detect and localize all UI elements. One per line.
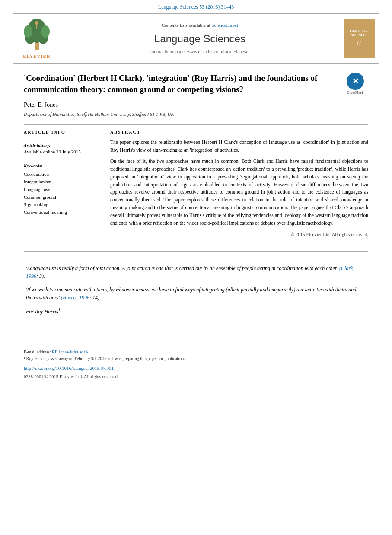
quote2-ref-link[interactable]: (Harris, 1996 (61, 295, 89, 301)
footnote-1: ¹ Roy Harris passed away on February 9th… (24, 355, 368, 362)
article-title: 'Coordination' (Herbert H Clark), 'integ… (24, 73, 368, 95)
quotes-section: 'Language use is really a form of joint … (0, 256, 392, 341)
author-affiliation: Department of Humanities, Sheffield Hall… (24, 111, 368, 118)
abstract-heading: ABSTRACT (110, 129, 368, 135)
journal-header: ELSEVIER Contents lists available at Sci… (13, 13, 379, 64)
main-content: 'Coordination' (Herbert H Clark), 'integ… (0, 64, 392, 247)
keyword-sign-making: Sign-making (24, 201, 102, 209)
thumb-title: LANGUAGESCIENCES (350, 29, 368, 37)
dedication: For Roy Harris1 (26, 307, 366, 315)
left-divider (24, 139, 102, 139)
article-info-column: ARTICLE INFO Article history: Available … (24, 129, 102, 238)
abstract-text: The paper explores the relationship betw… (110, 139, 368, 227)
abstract-column: ABSTRACT The paper explores the relation… (110, 129, 368, 238)
quote-2: 'If we wish to communicate with others, … (26, 286, 366, 302)
svg-point-6 (35, 21, 38, 25)
article-history-label: Article history: (24, 143, 102, 149)
author-name: Peter E. Jones (24, 101, 368, 109)
article-divider (24, 124, 368, 125)
elsevier-tree-icon (19, 18, 54, 52)
journal-reference: Language Sciences 53 (2016) 31–43 (0, 0, 392, 13)
keyword-coordination: Coordination (24, 171, 102, 178)
journal-homepage: journal homepage: www.elsevier.com/locat… (61, 48, 339, 55)
footnote-area: E-mail address: P.E.Jones@shu.ac.uk. ¹ R… (24, 346, 368, 362)
doi-link[interactable]: http://dx.doi.org/10.1016/j.langsci.2015… (24, 366, 114, 371)
elsevier-logo: ELSEVIER (17, 18, 56, 60)
keyword-conventional-meaning: Conventional meaning (24, 209, 102, 217)
copyright: © 2015 Elsevier Ltd. All rights reserved… (110, 231, 368, 238)
email-footnote: E-mail address: P.E.Jones@shu.ac.uk. (24, 349, 368, 355)
crossmark-label: CrossMark (342, 91, 368, 96)
svg-point-4 (24, 25, 32, 38)
keyword-integrationism: Integrationism (24, 178, 102, 186)
article-available-online: Available online 29 July 2015 (24, 149, 102, 155)
email-link[interactable]: P.E.Jones@shu.ac.uk. (52, 350, 89, 354)
journal-center: Contents lists available at ScienceDirec… (61, 22, 339, 55)
left-divider-2 (24, 159, 102, 159)
abstract-paragraph-1: The paper explores the relationship betw… (110, 139, 368, 154)
keyword-common-ground: Common ground (24, 194, 102, 201)
svg-point-5 (41, 25, 50, 38)
keywords-label: Keywords: (24, 163, 102, 169)
doi-line: http://dx.doi.org/10.1016/j.langsci.2015… (24, 364, 368, 372)
keyword-language-use: Language use (24, 186, 102, 194)
journal-thumbnail: LANGUAGESCIENCES α (344, 19, 375, 58)
journal-title: Language Sciences (61, 32, 339, 46)
quote-1: 'Language use is really a form of joint … (26, 264, 366, 280)
keywords-list: Coordination Integrationism Language use… (24, 171, 102, 217)
abstract-paragraph-2: On the face of it, the two approaches ha… (110, 158, 368, 227)
crossmark-icon: ✕ (347, 73, 364, 90)
two-column-layout: ARTICLE INFO Article history: Available … (24, 129, 368, 238)
main-section-divider (24, 251, 368, 252)
bottom-rights: 0388-0001/© 2015 Elsevier Ltd. All right… (24, 374, 368, 380)
thumb-alpha-icon: α (357, 37, 361, 48)
crossmark-badge[interactable]: ✕ CrossMark (342, 73, 368, 96)
article-info-heading: ARTICLE INFO (24, 129, 102, 135)
contents-available: Contents lists available at ScienceDirec… (61, 22, 339, 29)
